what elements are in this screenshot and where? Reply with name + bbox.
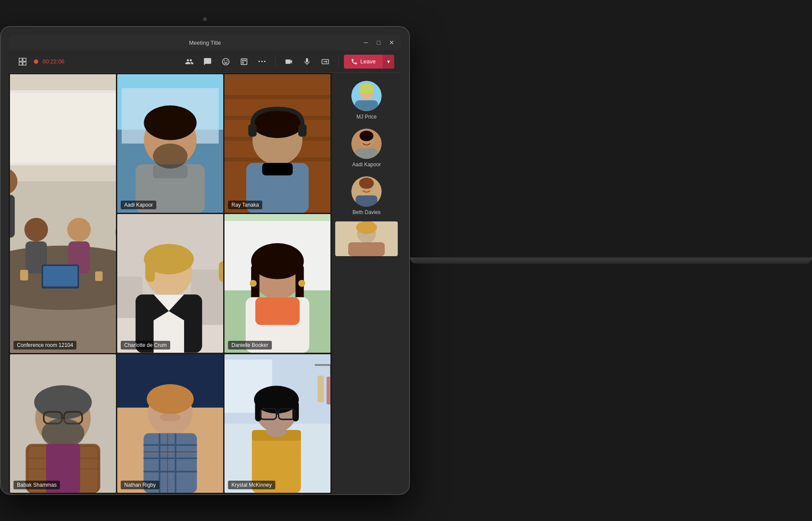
- sidebar-participant-list: MJ Price: [332, 73, 401, 494]
- participant-name-aadi: Aadi Kapoor: [352, 162, 381, 168]
- leave-button-group: Leave ▼: [344, 55, 394, 69]
- svg-rect-1: [23, 58, 26, 61]
- window-title: Meeting Title: [189, 40, 221, 46]
- svg-point-29: [153, 144, 188, 168]
- sidebar-participant-beth[interactable]: Beth Davies: [335, 173, 398, 219]
- close-button[interactable]: ✕: [389, 39, 394, 46]
- svg-rect-118: [355, 100, 378, 111]
- svg-rect-32: [224, 95, 330, 99]
- babak-label: Babak Shammas: [13, 481, 60, 489]
- nathan-label: Nathan Rigby: [121, 481, 159, 489]
- danielle-label: Danielle Booker: [228, 341, 272, 350]
- conference-room-label: Conference room 12104: [13, 341, 76, 350]
- video-cell-charlotte: Charlotte de Crum: [117, 214, 223, 353]
- svg-rect-122: [356, 148, 377, 159]
- svg-point-114: [266, 426, 287, 437]
- main-content: Conference room 12104: [9, 73, 401, 494]
- avatar-mj: [351, 81, 382, 111]
- svg-rect-41: [298, 124, 307, 137]
- svg-point-125: [359, 178, 374, 189]
- leave-button[interactable]: Leave: [344, 55, 383, 69]
- svg-point-129: [356, 221, 377, 234]
- video-toggle-button[interactable]: [281, 54, 297, 69]
- toolbar: 00:22:06: [9, 50, 401, 73]
- svg-rect-102: [327, 376, 330, 404]
- maximize-button[interactable]: □: [377, 39, 380, 46]
- video-cell-krystal: Krystal McKinney: [224, 354, 330, 493]
- more-options-button[interactable]: ···: [254, 54, 270, 69]
- svg-point-63: [250, 280, 257, 287]
- toolbar-divider-2: [338, 56, 339, 68]
- chat-button[interactable]: [200, 54, 215, 69]
- sidebar-participant-aadi[interactable]: Aadi Kapoor: [335, 125, 398, 171]
- participant-name-mj: MJ Price: [356, 114, 377, 120]
- avatar-aadi: [351, 129, 382, 159]
- svg-point-70: [34, 385, 92, 419]
- laptop-base: [410, 257, 812, 264]
- share-screen-button[interactable]: [317, 54, 333, 69]
- breakout-rooms-button[interactable]: [236, 54, 252, 69]
- svg-point-86: [147, 384, 194, 414]
- grid-view-button[interactable]: [16, 55, 30, 69]
- svg-rect-50: [145, 261, 155, 282]
- charlotte-label: Charlotte de Crum: [121, 341, 170, 350]
- krystal-label: Krystal McKinney: [228, 481, 275, 489]
- svg-point-12: [24, 218, 48, 241]
- title-bar: Meeting Title ─ □ ✕: [9, 35, 401, 50]
- svg-point-14: [67, 218, 91, 241]
- svg-rect-0: [19, 58, 22, 61]
- video-cell-ray: Ray Tanaka: [224, 74, 330, 213]
- webcam: [203, 17, 207, 21]
- svg-rect-3: [23, 62, 26, 65]
- svg-rect-20: [20, 270, 28, 280]
- video-grid: Conference room 12104: [9, 73, 332, 494]
- video-cell-nathan: Nathan Rigby: [117, 354, 223, 493]
- aadi-label: Aadi Kapoor: [121, 201, 156, 209]
- reactions-button[interactable]: [218, 54, 234, 69]
- minimize-button[interactable]: ─: [364, 39, 368, 46]
- svg-rect-40: [248, 124, 257, 137]
- svg-rect-130: [348, 242, 385, 256]
- svg-rect-43: [262, 163, 293, 175]
- ray-label: Ray Tanaka: [228, 201, 262, 209]
- video-cell-danielle: Danielle Booker: [224, 214, 330, 353]
- meeting-timer: 00:22:06: [43, 58, 65, 65]
- leave-chevron-button[interactable]: ▼: [383, 55, 394, 69]
- svg-point-117: [359, 83, 374, 94]
- svg-point-74: [42, 418, 84, 448]
- svg-rect-66: [255, 297, 300, 325]
- svg-point-95: [159, 413, 181, 422]
- laptop-shell: Meeting Title ─ □ ✕: [0, 26, 410, 495]
- avatar-beth: [351, 176, 382, 207]
- svg-rect-7: [10, 93, 116, 162]
- participant-name-beth: Beth Davies: [353, 209, 381, 215]
- svg-point-121: [360, 131, 373, 141]
- svg-rect-2: [19, 62, 22, 65]
- svg-rect-11: [10, 195, 15, 238]
- svg-rect-19: [43, 266, 77, 287]
- meeting-app: 00:22:06: [9, 50, 401, 494]
- svg-rect-113: [252, 441, 301, 452]
- screen: Meeting Title ─ □ ✕: [9, 35, 401, 494]
- video-cell-babak: Babak Shammas: [10, 354, 116, 493]
- svg-rect-51: [219, 261, 223, 282]
- video-cell-conference-room: Conference room 12104: [10, 74, 116, 353]
- svg-point-64: [298, 280, 305, 287]
- toolbar-divider: [275, 56, 276, 68]
- svg-point-26: [144, 106, 196, 140]
- svg-rect-21: [95, 271, 102, 281]
- recording-indicator: [34, 59, 38, 64]
- video-cell-aadi: Aadi Kapoor: [117, 74, 223, 213]
- participants-button[interactable]: [182, 54, 197, 69]
- sidebar-participant-mj[interactable]: MJ Price: [335, 77, 398, 123]
- svg-rect-101: [317, 376, 324, 402]
- sidebar-participant-last[interactable]: [335, 221, 398, 256]
- mic-toggle-button[interactable]: [299, 54, 315, 69]
- svg-rect-126: [356, 195, 377, 207]
